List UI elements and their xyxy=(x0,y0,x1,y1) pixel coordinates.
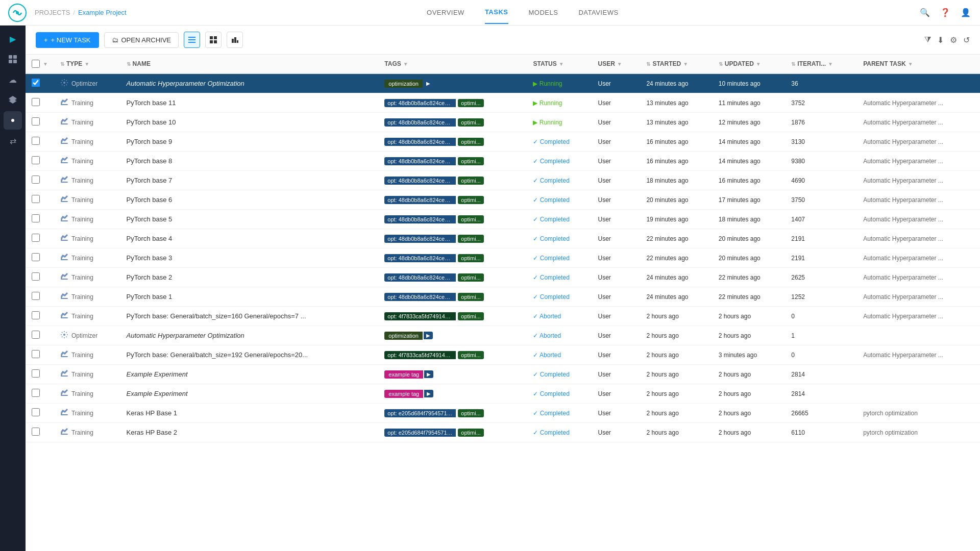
sidebar-icon-back[interactable]: ▶ xyxy=(4,30,22,48)
svg-rect-12 xyxy=(210,40,213,43)
task-name[interactable]: PyTorch base 11 xyxy=(127,99,176,107)
row-checkbox[interactable] xyxy=(32,272,40,281)
parent-task-cell: Automatic Hyperparameter ... xyxy=(857,248,980,268)
sidebar-icon-cloud[interactable]: ☁ xyxy=(4,70,22,89)
started-column-header[interactable]: STARTED xyxy=(652,60,681,67)
breadcrumb-current[interactable]: Example Project xyxy=(78,9,127,16)
help-icon[interactable]: ❓ xyxy=(939,7,951,19)
sidebar-icon-layers[interactable] xyxy=(4,91,22,109)
row-checkbox[interactable] xyxy=(32,350,40,358)
status-cell: ✓ Completed xyxy=(527,384,592,404)
row-checkbox[interactable] xyxy=(32,98,40,106)
type-label: Training xyxy=(71,371,93,378)
row-checkbox[interactable] xyxy=(32,176,40,184)
updated-filter-icon[interactable]: ▼ xyxy=(756,61,761,67)
type-label: Training xyxy=(71,196,93,204)
tab-models[interactable]: MODELS xyxy=(529,2,558,23)
user-filter-icon[interactable]: ▼ xyxy=(617,61,622,67)
row-checkbox[interactable] xyxy=(32,234,40,242)
tags-cell: example tag▶ xyxy=(378,384,527,404)
task-name[interactable]: PyTorch base 1 xyxy=(127,293,173,300)
type-column-header[interactable]: TYPE xyxy=(66,60,82,67)
task-name[interactable]: Keras HP Base 1 xyxy=(127,409,177,417)
tab-dataviews[interactable]: DATAVIEWS xyxy=(578,2,618,23)
row-checkbox[interactable] xyxy=(32,369,40,378)
filter-icon[interactable]: ⧩ xyxy=(924,35,931,44)
name-column-header[interactable]: NAME xyxy=(133,60,151,67)
toolbar-right: ⧩ ⬇ ⚙ ↺ xyxy=(924,35,970,45)
tab-tasks[interactable]: TASKS xyxy=(485,1,508,24)
iterations-column-header[interactable]: ITERATI... xyxy=(797,60,826,67)
row-checkbox[interactable] xyxy=(32,214,40,222)
task-name[interactable]: PyTorch base: General/batch_size=192 Gen… xyxy=(127,351,308,359)
row-checkbox[interactable] xyxy=(32,253,40,261)
row-checkbox[interactable] xyxy=(32,292,40,300)
row-checkbox[interactable] xyxy=(32,79,40,87)
task-name[interactable]: Keras HP Base 2 xyxy=(127,429,177,436)
user-column-header[interactable]: USER xyxy=(598,60,615,67)
task-name[interactable]: PyTorch base 4 xyxy=(127,235,173,242)
view-list-button[interactable] xyxy=(184,32,200,48)
task-name[interactable]: PyTorch base 2 xyxy=(127,273,173,281)
user-cell: User xyxy=(592,268,641,287)
svg-rect-20 xyxy=(61,201,68,202)
select-all-checkbox[interactable] xyxy=(32,60,40,68)
task-name[interactable]: Example Experiment xyxy=(127,370,188,378)
row-checkbox[interactable] xyxy=(32,408,40,416)
row-checkbox[interactable] xyxy=(32,156,40,164)
task-name[interactable]: PyTorch base: General/batch_size=160 Gen… xyxy=(127,312,306,320)
started-label: 2 hours ago xyxy=(646,313,678,320)
status-cell: ✓ Completed xyxy=(527,171,592,190)
task-name[interactable]: PyTorch base 9 xyxy=(127,138,173,145)
task-name[interactable]: Automatic Hyperparameter Optimization xyxy=(127,80,244,87)
svg-rect-21 xyxy=(61,220,68,221)
parent-task-column-header[interactable]: PARENT TASK xyxy=(863,60,906,67)
status-column-header[interactable]: STATUS xyxy=(533,60,556,67)
task-name[interactable]: Example Experiment xyxy=(127,390,188,397)
tags-filter-icon[interactable]: ▼ xyxy=(403,61,408,67)
updated-label: 2 hours ago xyxy=(719,371,751,378)
tab-overview[interactable]: OVERVIEW xyxy=(427,2,464,23)
new-task-button[interactable]: + + NEW TASK xyxy=(36,32,99,48)
task-name[interactable]: PyTorch base 7 xyxy=(127,177,173,184)
sidebar-icon-sync[interactable]: ⇄ xyxy=(4,132,22,150)
task-name[interactable]: PyTorch base 6 xyxy=(127,196,173,204)
started-filter-icon[interactable]: ▼ xyxy=(683,61,688,67)
task-name[interactable]: Automatic Hyperparameter Optimization xyxy=(127,332,244,339)
task-name[interactable]: PyTorch base 5 xyxy=(127,215,173,223)
row-checkbox[interactable] xyxy=(32,331,40,339)
open-archive-button[interactable]: 🗂 OPEN ARCHIVE xyxy=(104,32,179,48)
updated-column-header[interactable]: UPDATED xyxy=(725,60,754,67)
search-icon[interactable]: 🔍 xyxy=(919,7,931,19)
row-checkbox[interactable] xyxy=(32,117,40,126)
sidebar-icon-dashboard[interactable] xyxy=(4,50,22,68)
breadcrumb-root[interactable]: PROJECTS xyxy=(35,9,70,16)
updated-label: 2 hours ago xyxy=(719,410,751,417)
row-checkbox[interactable] xyxy=(32,428,40,436)
task-name[interactable]: PyTorch base 10 xyxy=(127,118,176,126)
row-checkbox[interactable] xyxy=(32,195,40,203)
parent-task-filter-icon[interactable]: ▼ xyxy=(908,61,913,67)
row-checkbox[interactable] xyxy=(32,137,40,145)
settings-icon[interactable]: ⚙ xyxy=(950,35,957,45)
view-chart-button[interactable] xyxy=(227,32,243,48)
sidebar-icon-active[interactable] xyxy=(4,111,22,130)
user-avatar[interactable]: 👤 xyxy=(960,7,972,19)
refresh-icon[interactable]: ↺ xyxy=(963,35,970,45)
iterations-cell: 1407 xyxy=(785,210,857,229)
row-checkbox[interactable] xyxy=(32,389,40,397)
iterations-filter-icon[interactable]: ▼ xyxy=(828,61,833,67)
iterations-value: 2625 xyxy=(791,274,805,281)
row-checkbox[interactable] xyxy=(32,311,40,319)
status-filter-icon[interactable]: ▼ xyxy=(559,61,564,67)
download-icon[interactable]: ⬇ xyxy=(937,35,944,45)
task-name[interactable]: PyTorch base 8 xyxy=(127,157,173,165)
type-filter-icon[interactable]: ▼ xyxy=(84,61,89,67)
type-label: Training xyxy=(71,352,93,359)
task-name[interactable]: PyTorch base 3 xyxy=(127,254,173,262)
view-grid-button[interactable] xyxy=(205,32,222,48)
tags-column-header[interactable]: TAGS xyxy=(384,60,401,67)
type-label: Training xyxy=(71,274,93,281)
svg-rect-7 xyxy=(188,37,195,38)
type-icon xyxy=(60,272,68,282)
